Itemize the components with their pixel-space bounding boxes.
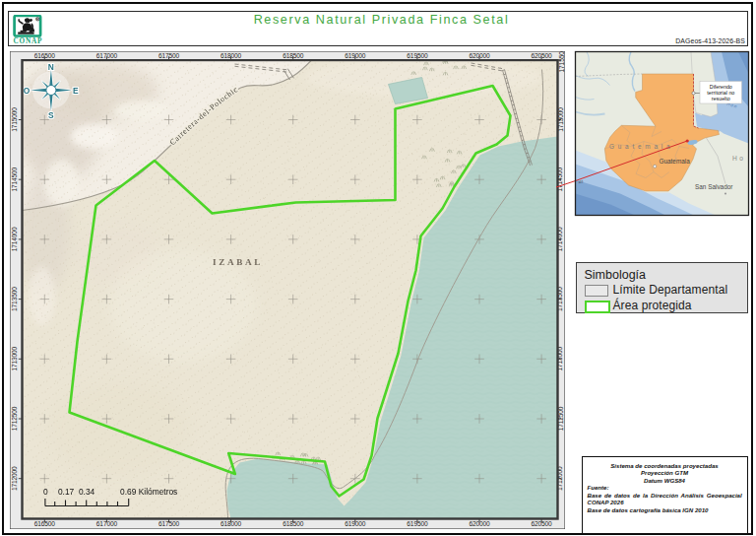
- svg-text:0.17: 0.17: [57, 486, 74, 496]
- svg-text:resuelto: resuelto: [712, 96, 730, 101]
- svg-text:1712000: 1712000: [11, 465, 18, 490]
- svg-text:Ho: Ho: [732, 154, 745, 161]
- svg-text:0.69 Kilómetros: 0.69 Kilómetros: [120, 486, 177, 496]
- svg-text:N: N: [47, 61, 53, 71]
- svg-text:0: 0: [42, 486, 47, 496]
- svg-text:CONAP: CONAP: [14, 36, 43, 44]
- svg-text:Diferendo: Diferendo: [710, 83, 732, 89]
- svg-text:1713000: 1713000: [11, 346, 18, 370]
- svg-text:1714000: 1714000: [11, 227, 18, 251]
- svg-text:1712500: 1712500: [11, 406, 18, 431]
- svg-text:territorial no: territorial no: [707, 90, 734, 96]
- svg-text:San Salvador: San Salvador: [695, 183, 733, 190]
- svg-text:1715000: 1715000: [11, 106, 18, 131]
- svg-text:1713500: 1713500: [11, 286, 18, 310]
- svg-text:E: E: [72, 85, 78, 95]
- svg-text:0.34: 0.34: [78, 486, 94, 496]
- svg-text:IZABAL: IZABAL: [213, 256, 263, 266]
- svg-text:G u a t e m a l a: G u a t e m a l a: [609, 143, 670, 150]
- svg-text:Guatemala: Guatemala: [660, 158, 691, 165]
- svg-text:1714500: 1714500: [11, 167, 18, 191]
- svg-text:O: O: [23, 85, 30, 95]
- svg-text:S: S: [48, 109, 54, 119]
